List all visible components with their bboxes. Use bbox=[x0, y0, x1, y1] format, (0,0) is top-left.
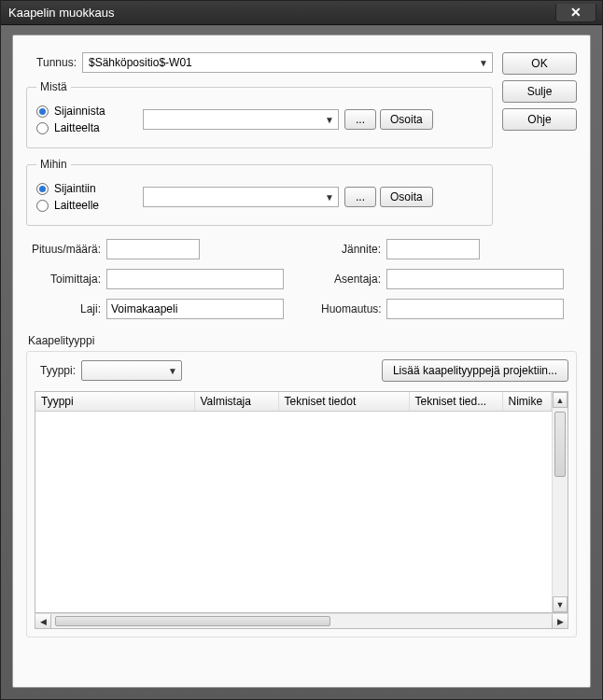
from-select[interactable]: ▼ bbox=[143, 109, 339, 130]
col-item[interactable]: Nimike bbox=[502, 392, 552, 412]
window-close-button[interactable]: ✕ bbox=[555, 4, 596, 22]
to-point-button[interactable]: Osoita bbox=[380, 187, 433, 207]
voltage-input[interactable] bbox=[386, 239, 480, 259]
from-location-label: Sijainnista bbox=[54, 105, 119, 118]
scroll-thumb[interactable] bbox=[554, 412, 566, 477]
help-button[interactable]: Ohje bbox=[502, 108, 577, 131]
titlebar: Kaapelin muokkaus ✕ bbox=[1, 1, 602, 25]
horizontal-scrollbar[interactable]: ◀ ▶ bbox=[35, 613, 568, 629]
to-device-radio[interactable] bbox=[36, 200, 49, 212]
chevron-down-icon: ▼ bbox=[325, 192, 334, 203]
col-type[interactable]: Tyyppi bbox=[35, 392, 194, 412]
installer-label: Asentaja: bbox=[321, 273, 386, 286]
type-combo[interactable]: ▼ bbox=[81, 360, 182, 381]
client-area: Tunnus: $Sähköpositio$-W01 ▼ Mistä Sijai… bbox=[12, 35, 591, 688]
chevron-down-icon: ▼ bbox=[168, 366, 177, 376]
supplier-label: Toimittaja: bbox=[26, 273, 106, 286]
from-device-radio[interactable] bbox=[36, 122, 49, 134]
installer-input[interactable] bbox=[386, 269, 564, 289]
types-table: Tyyppi Valmistaja Tekniset tiedot Teknis… bbox=[35, 391, 568, 613]
window-title: Kaapelin muokkaus bbox=[8, 6, 114, 20]
scroll-up-icon[interactable]: ▲ bbox=[553, 392, 568, 408]
col-tech[interactable]: Tekniset tiedot bbox=[278, 392, 409, 412]
add-types-button[interactable]: Lisää kaapelityyppejä projektiin... bbox=[382, 359, 568, 382]
close-icon: ✕ bbox=[570, 5, 582, 20]
supplier-input[interactable] bbox=[106, 269, 284, 289]
type-label: Tyyppi: bbox=[35, 364, 81, 377]
chevron-down-icon: ▼ bbox=[325, 115, 334, 125]
length-label: Pituus/määrä: bbox=[26, 243, 106, 256]
kind-input[interactable]: Voimakaapeli bbox=[106, 299, 284, 319]
from-legend: Mistä bbox=[36, 80, 71, 93]
voltage-label: Jännite: bbox=[321, 243, 386, 256]
types-group-label: Kaapelityyppi bbox=[28, 334, 577, 347]
to-select[interactable]: ▼ bbox=[143, 187, 339, 207]
close-button[interactable]: Sulje bbox=[502, 80, 577, 103]
scroll-left-icon[interactable]: ◀ bbox=[35, 614, 51, 628]
to-location-radio[interactable] bbox=[36, 183, 49, 195]
ok-button[interactable]: OK bbox=[502, 52, 577, 75]
scroll-down-icon[interactable]: ▼ bbox=[553, 596, 568, 612]
to-location-label: Sijaintiin bbox=[54, 182, 119, 195]
to-browse-button[interactable]: ... bbox=[344, 187, 376, 207]
from-point-button[interactable]: Osoita bbox=[380, 109, 433, 130]
tunnus-label: Tunnus: bbox=[26, 56, 82, 69]
to-legend: Mihin bbox=[36, 158, 71, 171]
scroll-right-icon[interactable]: ▶ bbox=[552, 614, 568, 628]
chevron-down-icon: ▼ bbox=[479, 58, 488, 68]
note-label: Huomautus: bbox=[321, 302, 386, 315]
note-input[interactable] bbox=[386, 299, 564, 319]
from-device-label: Laitteelta bbox=[54, 121, 119, 134]
to-device-label: Laitteelle bbox=[54, 199, 119, 212]
kind-label: Laji: bbox=[26, 302, 106, 315]
from-group: Mistä Sijainnista Laitteelta bbox=[26, 80, 493, 148]
from-browse-button[interactable]: ... bbox=[344, 109, 376, 130]
col-tech2[interactable]: Tekniset tied... bbox=[409, 392, 502, 412]
vertical-scrollbar[interactable]: ▲ ▼ bbox=[552, 392, 568, 612]
length-input[interactable] bbox=[106, 239, 200, 259]
tunnus-value: $Sähköpositio$-W01 bbox=[89, 56, 192, 69]
dialog-window: Kaapelin muokkaus ✕ Tunnus: $Sähköpositi… bbox=[0, 0, 603, 700]
tunnus-select[interactable]: $Sähköpositio$-W01 ▼ bbox=[82, 52, 493, 73]
scroll-thumb[interactable] bbox=[55, 616, 330, 626]
from-location-radio[interactable] bbox=[36, 105, 49, 118]
to-group: Mihin Sijaintiin Laitteelle bbox=[26, 158, 493, 226]
col-manufacturer[interactable]: Valmistaja bbox=[194, 392, 278, 412]
